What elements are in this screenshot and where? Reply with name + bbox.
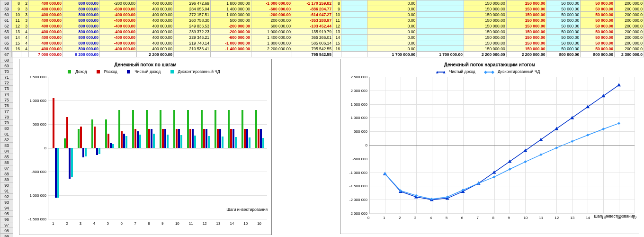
cell[interactable]: 0.00 — [367, 18, 417, 23]
bar[interactable] — [85, 148, 87, 156]
bar[interactable] — [91, 119, 93, 148]
cell[interactable]: 0.00 — [367, 12, 417, 18]
cell[interactable]: 400 000.00 — [137, 40, 174, 46]
row-header[interactable]: 89 — [0, 177, 13, 182]
bar[interactable] — [187, 110, 189, 148]
cell[interactable]: 12 — [12, 23, 21, 29]
bar[interactable] — [98, 148, 100, 154]
cell[interactable]: 0.00 — [367, 40, 417, 46]
bar[interactable] — [66, 117, 68, 148]
cell[interactable]: 50 000.00 — [581, 6, 615, 12]
cell[interactable]: 150 000.00 — [464, 35, 506, 40]
cell[interactable]: -886 204.77 — [292, 6, 333, 12]
bar[interactable] — [192, 129, 194, 148]
row-header[interactable]: 77 — [0, 109, 13, 114]
cell[interactable]: -1 000 000.00 — [251, 0, 292, 6]
cell[interactable]: 795 542.55 — [292, 46, 333, 52]
row-header[interactable]: 76 — [0, 103, 13, 109]
bar[interactable] — [255, 110, 257, 148]
cell[interactable]: -400 000.00 — [100, 23, 137, 29]
cell[interactable]: 11 — [333, 18, 341, 23]
cell[interactable]: 16 — [12, 46, 21, 52]
cell[interactable]: 200 000.0 — [615, 46, 644, 52]
cell[interactable]: 10 — [333, 12, 341, 18]
row-header[interactable]: 81 — [0, 131, 13, 137]
cell[interactable]: 200 000.0 — [615, 6, 644, 12]
cell[interactable]: 50 000.00 — [546, 40, 581, 46]
cell[interactable]: 0.00 — [367, 46, 417, 52]
cell[interactable]: 0.00 — [367, 0, 417, 6]
bar[interactable] — [96, 148, 98, 155]
cell[interactable]: 150 000.00 — [464, 46, 506, 52]
cell[interactable]: 50 000.00 — [581, 23, 615, 29]
bar[interactable] — [57, 148, 59, 198]
cell[interactable]: 229 346.21 — [174, 35, 211, 40]
cell[interactable]: 249 836.53 — [174, 23, 211, 29]
cell[interactable] — [341, 29, 367, 35]
total-cell[interactable]: 1 700 000.00 — [417, 52, 464, 57]
bar-chart[interactable]: Денежный поток по шагам Доход Расход Чис… — [19, 59, 272, 235]
total-cell[interactable] — [211, 52, 251, 57]
cell[interactable]: 13 — [333, 29, 341, 35]
cell[interactable]: 400 000.00 — [29, 40, 63, 46]
cell[interactable]: 13 — [12, 29, 21, 35]
cell[interactable]: 3 — [21, 18, 29, 23]
cell[interactable]: 4 — [21, 40, 29, 46]
cell[interactable]: 9 — [12, 6, 21, 12]
cell[interactable]: 50 000.00 — [581, 40, 615, 46]
cell[interactable]: 800 000.00 — [63, 40, 100, 46]
bar[interactable] — [222, 137, 224, 148]
bar[interactable] — [137, 131, 139, 148]
bar[interactable] — [82, 148, 84, 157]
row-header[interactable]: 78 — [0, 114, 13, 120]
bar[interactable] — [178, 129, 180, 148]
cell[interactable]: 50 000.00 — [546, 23, 581, 29]
cell[interactable]: 400 000.00 — [29, 29, 63, 35]
cell[interactable]: 800 000.00 — [63, 0, 100, 6]
cell[interactable]: 1 800 000.00 — [251, 40, 292, 46]
cell[interactable] — [417, 18, 464, 23]
bar[interactable] — [146, 110, 148, 148]
cell[interactable]: 12 — [333, 23, 341, 29]
cell[interactable] — [341, 40, 367, 46]
cell[interactable]: 1 400 000.00 — [211, 6, 251, 12]
cell[interactable]: 50 000.00 — [546, 29, 581, 35]
bar[interactable] — [249, 137, 250, 148]
total-cell[interactable]: 2 200 000.00 — [506, 52, 546, 57]
cell[interactable]: 150 000.00 — [464, 12, 506, 18]
cell[interactable]: 16 — [333, 46, 341, 52]
cell[interactable] — [417, 29, 464, 35]
cell[interactable]: 150 000.00 — [506, 0, 546, 6]
bar[interactable] — [173, 110, 175, 148]
bar[interactable] — [206, 129, 207, 148]
cell[interactable]: 400 000.00 — [137, 29, 174, 35]
cell[interactable]: 0.00 — [367, 6, 417, 12]
bar[interactable] — [235, 137, 237, 148]
cell[interactable]: 150 000.00 — [506, 12, 546, 18]
cell[interactable]: 272 157.51 — [174, 12, 211, 18]
cell[interactable]: 50 000.00 — [546, 0, 581, 6]
cell[interactable]: 400 000.00 — [29, 46, 63, 52]
cell[interactable]: 210 536.41 — [174, 46, 211, 52]
cell[interactable]: 50 000.00 — [546, 46, 581, 52]
cell[interactable]: 284 055.04 — [174, 6, 211, 12]
cell[interactable] — [341, 35, 367, 40]
row-header[interactable]: 73 — [0, 86, 13, 91]
cell[interactable] — [417, 35, 464, 40]
cell[interactable]: 200 000.0 — [615, 40, 644, 46]
cell[interactable] — [341, 18, 367, 23]
total-cell[interactable]: 9 200 000.00 — [63, 52, 100, 57]
cell[interactable]: 200 000.0 — [615, 23, 644, 29]
cell[interactable]: 200 000.0 — [615, 35, 644, 40]
cell[interactable]: 400 000.00 — [29, 0, 63, 6]
bar[interactable] — [110, 143, 112, 148]
cell[interactable]: 50 000.00 — [581, 12, 615, 18]
cell[interactable]: -400 000.00 — [100, 40, 137, 46]
cell[interactable]: -353 288.97 — [292, 18, 333, 23]
cell[interactable]: 50 000.00 — [546, 18, 581, 23]
cell[interactable]: 10 — [12, 12, 21, 18]
cell[interactable] — [417, 40, 464, 46]
row-header[interactable]: 71 — [0, 74, 13, 80]
right-table[interactable]: 80.00150 000.00150 000.0050 000.0050 000… — [332, 0, 644, 57]
row-header[interactable]: 98 — [0, 228, 13, 234]
